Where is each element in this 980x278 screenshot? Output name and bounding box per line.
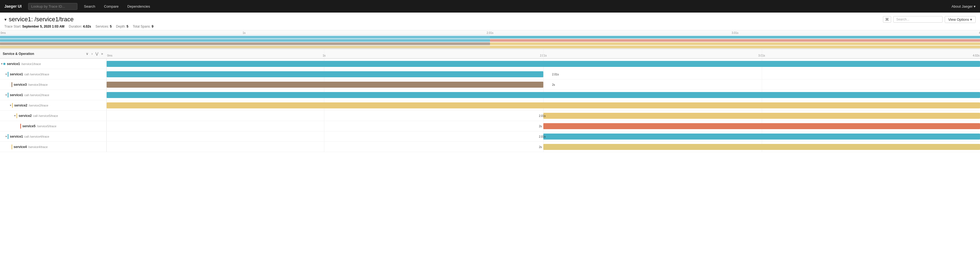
span-bar-s5 — [107, 103, 980, 108]
span-bar-s2 — [107, 71, 543, 77]
toggle-icon-s7 — [19, 125, 19, 128]
trace-main: Service & Operation ∨ › ⋁ » 0ms 1s 2.01s… — [0, 49, 980, 152]
service-name-s6: service2 — [19, 114, 32, 118]
indent-bar-s6 — [16, 113, 17, 118]
span-row[interactable]: ▾service1call /service2/trace — [0, 90, 980, 100]
span-timeline-s8: 2.01s — [107, 131, 980, 141]
duration-label: Duration: — [69, 25, 82, 28]
page-header: ▾ service1: /service1/trace ⌘ View Optio… — [0, 13, 980, 30]
about-jaeger-link[interactable]: About Jaeger ▾ — [951, 5, 975, 8]
brand-label: Jaeger UI — [5, 4, 22, 8]
span-bar-s7 — [543, 123, 980, 129]
toggle-icon-s9 — [10, 145, 11, 148]
timeline-header: 0ms 1s 2.01s 3.01s 4.02s — [107, 49, 980, 58]
next-button[interactable]: › — [91, 51, 93, 56]
trace-metadata: Trace Start: September 5, 2020 1:03 AM D… — [5, 25, 975, 28]
span-timeline-s1 — [107, 59, 980, 69]
tick-2s: 2.01s — [540, 54, 547, 57]
minimap-tick-2: 2.01s — [487, 32, 493, 35]
span-row[interactable]: ▾service2call /service5/trace2.01s — [0, 111, 980, 121]
span-row[interactable]: ▾service1/service1/trace — [0, 59, 980, 69]
nav-compare[interactable]: Compare — [100, 0, 123, 13]
minimap-bar-4 — [0, 46, 980, 48]
minimap: 0ms 1s 2.01s 3.01s 4.02s — [0, 30, 980, 49]
indent-bar-s2 — [8, 72, 8, 77]
span-timeline-s4 — [107, 90, 980, 100]
minimap-tick-0: 0ms — [0, 32, 6, 35]
span-row[interactable]: ▾service2/service2/trace — [0, 100, 980, 111]
start-value: September 5, 2020 1:03 AM — [22, 25, 64, 28]
spans-label: Total Spans: — [133, 25, 151, 28]
keyboard-shortcut-button[interactable]: ⌘ — [883, 16, 891, 23]
minimap-bar-3b — [490, 42, 980, 45]
duration-value: 4.02s — [83, 25, 91, 28]
span-bar-s3 — [107, 82, 543, 88]
trace-id-input[interactable] — [28, 3, 77, 10]
duration-label-s2: 2.01s — [552, 73, 558, 76]
toggle-icon-s8[interactable]: ▾ — [5, 135, 7, 138]
minimap-bars[interactable] — [0, 35, 980, 49]
collapse-one-button[interactable]: ∨ — [85, 51, 89, 56]
tick-0ms: 0ms — [107, 54, 112, 57]
duration-label-s6: 2.01s — [539, 114, 546, 117]
op-name-s1: /service1/trace — [21, 62, 41, 66]
service-name-s2: service1 — [10, 73, 23, 76]
toggle-icon-s2[interactable]: ▾ — [5, 73, 7, 76]
title-left: ▾ service1: /service1/trace — [5, 16, 73, 23]
start-label: Trace Start: — [5, 25, 21, 28]
toggle-icon-s3 — [10, 83, 11, 86]
span-timeline-s9: 2s — [107, 142, 980, 152]
span-rows-container: ▾service1/service1/trace▾service1call /s… — [0, 59, 980, 152]
op-name-s9: /service4/trace — [28, 145, 48, 148]
depth-value: 5 — [127, 25, 129, 28]
op-name-s6: call /service5/trace — [33, 114, 58, 117]
services-value: 5 — [110, 25, 112, 28]
span-search-input[interactable] — [893, 16, 943, 23]
span-row[interactable]: service3/service3/trace2s — [0, 79, 980, 90]
grid-line — [762, 79, 762, 90]
span-row[interactable]: service5/service5/trace2s — [0, 121, 980, 131]
span-row[interactable]: ▾service1call /service4/trace2.01s — [0, 131, 980, 142]
grid-line — [543, 79, 544, 90]
navbar-right: About Jaeger ▾ — [951, 5, 975, 8]
trace-header-row: Service & Operation ∨ › ⋁ » 0ms 1s 2.01s… — [0, 49, 980, 59]
op-name-s8: call /service4/trace — [24, 135, 49, 138]
op-name-s5: /service2/trace — [29, 104, 48, 107]
toggle-icon-s1[interactable]: ▾ — [1, 62, 2, 65]
minimap-bar-2b — [490, 39, 980, 42]
tick-1s: 1s — [323, 54, 326, 57]
minimap-tick-1: 1s — [243, 32, 245, 35]
duration-label-s7: 2s — [539, 125, 542, 128]
nav-dependencies[interactable]: Dependencies — [123, 0, 154, 13]
span-timeline-s2: 2.01s — [107, 69, 980, 79]
service-dot-s1 — [3, 63, 5, 65]
title-row: ▾ service1: /service1/trace ⌘ View Optio… — [5, 16, 975, 23]
service-name-s9: service4 — [14, 145, 27, 149]
span-timeline-s7: 2s — [107, 121, 980, 131]
grid-line — [762, 69, 762, 79]
span-left-s8: ▾service1call /service4/trace — [0, 131, 107, 141]
span-row[interactable]: service4/service4/trace2s — [0, 142, 980, 152]
span-left-s2: ▾service1call /service3/trace — [0, 69, 107, 79]
spans-value: 9 — [151, 25, 153, 28]
toggle-icon-s5[interactable]: ▾ — [10, 104, 11, 107]
span-bar-s4 — [107, 92, 980, 98]
view-options-button[interactable]: View Options ▾ — [945, 16, 975, 23]
page-title: service1: /service1/trace — [9, 16, 73, 23]
toggle-icon-s4[interactable]: ▾ — [5, 93, 7, 96]
nav-search[interactable]: Search — [80, 0, 100, 13]
op-name-s7: /service5/trace — [37, 125, 57, 128]
span-timeline-s5 — [107, 100, 980, 110]
toggle-icon-s6[interactable]: ▾ — [14, 114, 16, 117]
op-name-s3: /service3/trace — [28, 83, 48, 86]
minimap-bar-3a — [0, 42, 490, 45]
expand-all-button[interactable]: » — [100, 51, 104, 56]
span-row[interactable]: ▾service1call /service3/trace2.01s — [0, 69, 980, 79]
collapse-chevron[interactable]: ▾ — [5, 17, 6, 22]
span-timeline-s3: 2s — [107, 79, 980, 90]
service-name-s7: service5 — [22, 124, 35, 128]
collapse-all-button[interactable]: ⋁ — [95, 51, 99, 56]
indent-bar-s7 — [20, 124, 21, 129]
duration-label-s8: 2.01s — [539, 135, 546, 138]
span-left-s9: service4/service4/trace — [0, 142, 107, 152]
